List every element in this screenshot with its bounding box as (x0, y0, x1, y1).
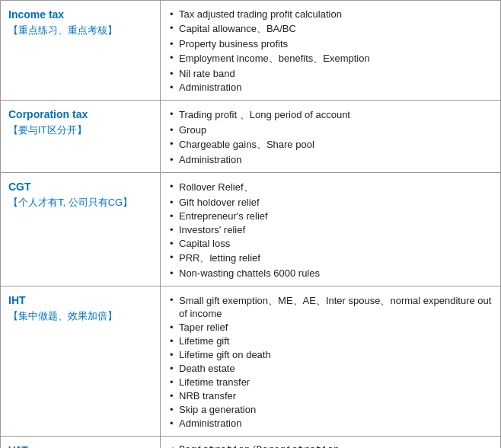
left-col-corporation-tax: Corporation tax【要与IT区分开】 (1, 101, 161, 172)
left-col-income-tax: Income tax【重点练习、重点考核】 (1, 1, 161, 100)
table-row-iht: IHT【集中做题、效果加倍】Small gift exemption、ME、AE… (1, 286, 500, 437)
list-item: Property business profits (168, 37, 493, 50)
list-item: PRR、letting relief (168, 250, 493, 266)
list-item: Nil rate band (168, 66, 493, 80)
table-row-corporation-tax: Corporation tax【要与IT区分开】Trading profit 、… (1, 101, 500, 173)
item-list-cgt: Rollover Relief、Gift holdover reliefEntr… (168, 179, 493, 280)
list-item: Trading profit 、Long period of account (168, 107, 493, 123)
topic-title-vat: VAT (8, 444, 152, 448)
item-list-corporation-tax: Trading profit 、Long period of accountGr… (168, 107, 493, 166)
right-col-cgt: Rollover Relief、Gift holdover reliefEntr… (161, 173, 500, 286)
list-item: Death estate (168, 361, 493, 375)
left-col-iht: IHT【集中做题、效果加倍】 (1, 286, 161, 436)
list-item: Lifetime gift (168, 334, 493, 347)
topic-title-iht: IHT (8, 294, 152, 306)
list-item: Registration/Deregistration (168, 443, 493, 448)
list-item: Non-wasting chattels 6000 rules (168, 266, 493, 280)
topic-subtitle-iht: 【集中做题、效果加倍】 (8, 309, 152, 323)
right-col-iht: Small gift exemption、ME、AE、Inter spouse、… (161, 286, 500, 436)
list-item: Administration (168, 416, 493, 430)
right-col-income-tax: Tax adjusted trading profit calculationC… (161, 1, 500, 100)
left-col-cgt: CGT【个人才有T, 公司只有CG】 (1, 173, 161, 286)
topic-title-corporation-tax: Corporation tax (8, 108, 152, 120)
list-item: Chargeable gains、Share pool (168, 136, 493, 152)
list-item: Rollover Relief、 (168, 179, 493, 195)
table-row-income-tax: Income tax【重点练习、重点考核】Tax adjusted tradin… (1, 1, 500, 101)
list-item: Small gift exemption、ME、AE、Inter spouse、… (168, 293, 493, 320)
right-col-vat: Registration/DeregistrationTax pointCalc… (161, 437, 500, 448)
topic-subtitle-income-tax: 【重点练习、重点考核】 (8, 24, 152, 37)
list-item: Administration (168, 152, 493, 166)
list-item: Lifetime transfer (168, 375, 493, 389)
topic-subtitle-cgt: 【个人才有T, 公司只有CG】 (8, 196, 152, 210)
list-item: Capital loss (168, 236, 493, 250)
list-item: Administration (168, 80, 493, 94)
list-item: Entrepreneur's relief (168, 209, 493, 222)
list-item: Skip a generation (168, 402, 493, 416)
table-row-cgt: CGT【个人才有T, 公司只有CG】Rollover Relief、Gift h… (1, 173, 500, 286)
main-table: Income tax【重点练习、重点考核】Tax adjusted tradin… (0, 0, 501, 448)
list-item: Tax adjusted trading profit calculation (168, 7, 493, 21)
topic-title-cgt: CGT (8, 181, 152, 193)
right-col-corporation-tax: Trading profit 、Long period of accountGr… (161, 101, 500, 172)
list-item: Capital allowance、BA/BC (168, 21, 493, 37)
list-item: Gift holdover relief (168, 195, 493, 209)
list-item: Investors' relief (168, 222, 493, 236)
topic-title-income-tax: Income tax (8, 8, 152, 21)
topic-subtitle-corporation-tax: 【要与IT区分开】 (8, 123, 152, 137)
list-item: Employment income、benefits、Exemption (168, 50, 493, 66)
item-list-vat: Registration/DeregistrationTax pointCalc… (168, 443, 493, 448)
left-col-vat: VAT【计算偏、难度小、琐碎多、需记忆、多看书、效果好】 (1, 437, 161, 448)
item-list-income-tax: Tax adjusted trading profit calculationC… (168, 7, 493, 94)
list-item: Taper relief (168, 320, 493, 334)
list-item: Lifetime gift on death (168, 347, 493, 361)
item-list-iht: Small gift exemption、ME、AE、Inter spouse、… (168, 293, 493, 430)
list-item: NRB transfer (168, 389, 493, 402)
table-row-vat: VAT【计算偏、难度小、琐碎多、需记忆、多看书、效果好】Registration… (1, 437, 500, 448)
list-item: Group (168, 123, 493, 136)
